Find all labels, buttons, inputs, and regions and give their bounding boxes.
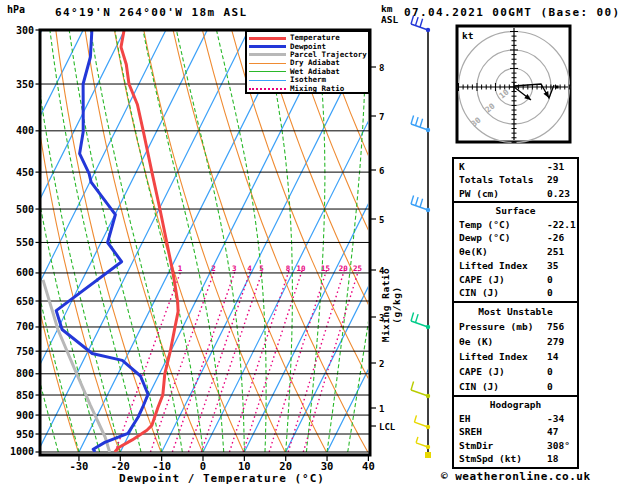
station-title: 64°19'N 264°00'W 18m ASL bbox=[55, 6, 248, 19]
table-row-label: Dewp (°C) bbox=[459, 232, 510, 243]
table-row-value: 0 bbox=[547, 379, 553, 394]
km-tick-label: 7 bbox=[379, 112, 384, 122]
mixing-ratio-label: 2 bbox=[211, 264, 216, 273]
table-row-label: K bbox=[459, 161, 465, 172]
mixing-ratio-line bbox=[269, 270, 326, 452]
wind-barb-feather bbox=[416, 197, 419, 206]
wind-barb-feather bbox=[420, 19, 423, 28]
table-row-label: CIN (J) bbox=[459, 287, 499, 298]
pressure-tick-label: 450 bbox=[16, 167, 34, 178]
wet-adiabat-line bbox=[115, 30, 203, 452]
pressure-tick-label: 700 bbox=[16, 321, 34, 332]
wind-barb-feather bbox=[416, 314, 419, 323]
mixing-ratio-label: 25 bbox=[353, 264, 362, 273]
legend-item: Mixing Ratio bbox=[249, 84, 368, 92]
table-row: StmSpd (kt)18 bbox=[459, 452, 577, 466]
pressure-axis-unit: hPa bbox=[7, 4, 25, 15]
table-section-hodograph: HodographEH-34SREH47StmDir308°StmSpd (kt… bbox=[452, 395, 579, 469]
pressure-tick-label: 300 bbox=[16, 25, 34, 36]
mixing-ratio-label: 5 bbox=[259, 264, 264, 273]
table-row-label: Pressure (mb) bbox=[459, 321, 533, 332]
table-row-value: -22.1 bbox=[547, 218, 576, 232]
mixing-ratio-label: 4 bbox=[247, 264, 252, 273]
wet-adiabat-line bbox=[143, 30, 224, 452]
temperature-tick-label: 10 bbox=[238, 460, 251, 472]
table-row: SREH47 bbox=[459, 425, 577, 439]
hodograph-trace-dot bbox=[556, 86, 559, 89]
table-row-label: CAPE (J) bbox=[459, 366, 505, 377]
table-row-value: -26 bbox=[547, 231, 564, 245]
table-row: Dewp (°C)-26 bbox=[459, 231, 577, 245]
table-section-header: Surface bbox=[459, 204, 577, 218]
pressure-tick-label: 900 bbox=[16, 410, 34, 421]
legend-swatch-mixing-ratio bbox=[249, 88, 286, 90]
wind-barb-shaft bbox=[411, 321, 428, 327]
datetime-title: 07.04.2021 00GMT (Base: 00) bbox=[404, 6, 621, 19]
table-row-label: Temp (°C) bbox=[459, 219, 510, 230]
credit-footer: © weatheronline.co.uk bbox=[441, 470, 591, 483]
pressure-tick-label: 550 bbox=[16, 237, 34, 248]
table-row-label: Lifted Index bbox=[459, 260, 528, 271]
hodograph: 102030kt bbox=[457, 26, 570, 143]
pressure-tick-label: 800 bbox=[16, 368, 34, 379]
legend-swatch-dewpoint bbox=[249, 45, 286, 48]
km-tick-label: 8 bbox=[379, 63, 384, 73]
wind-barb-feather bbox=[420, 199, 423, 208]
sounding-screen: { "header": { "hpa_label": "hPa", "title… bbox=[0, 0, 629, 486]
km-tick-label: 1 bbox=[379, 404, 384, 414]
table-row-value: 308° bbox=[547, 439, 570, 453]
wind-barb-feather bbox=[416, 117, 419, 126]
legend-swatch-wet-adiabat bbox=[249, 71, 286, 72]
wind-barb-feather bbox=[411, 116, 414, 125]
wind-barb-shaft bbox=[411, 390, 428, 396]
km-label: km bbox=[381, 3, 392, 14]
table-row-label: Totals Totals bbox=[459, 174, 533, 185]
wet-adiabat-line bbox=[0, 30, 17, 452]
table-row-value: 18 bbox=[547, 452, 558, 466]
legend-swatch-parcel-trajectory bbox=[249, 53, 286, 56]
table-row-label: θe (K) bbox=[459, 336, 493, 347]
mixing-ratio-label: 8 bbox=[286, 264, 291, 273]
wind-barb-feather bbox=[416, 437, 418, 443]
table-row-label: PW (cm) bbox=[459, 188, 499, 199]
table-row-label: θe(K) bbox=[459, 246, 488, 257]
pressure-tick-label: 600 bbox=[16, 267, 34, 278]
altitude-axis-unit: kmASL bbox=[381, 3, 398, 25]
mixing-ratio-label: 3 bbox=[232, 264, 237, 273]
pressure-tick-label: 350 bbox=[16, 79, 34, 90]
table-row: Temp (°C)-22.1 bbox=[459, 218, 577, 232]
isotherm-line bbox=[0, 30, 1, 452]
table-row-value: -31 bbox=[547, 160, 564, 173]
table-row-label: Lifted Index bbox=[459, 351, 528, 362]
wind-barb-feather bbox=[411, 382, 414, 391]
table-row-value: -34 bbox=[547, 412, 564, 426]
mixing-ratio-label: 1 bbox=[178, 264, 183, 273]
pressure-tick-label: 750 bbox=[16, 346, 34, 357]
temperature-tick-label: 0 bbox=[200, 460, 206, 472]
wind-barb-feather bbox=[411, 313, 414, 322]
temperature-tick-label: 40 bbox=[362, 460, 375, 472]
table-section-indices: K-31Totals Totals29PW (cm)0.23 bbox=[452, 157, 579, 203]
table-row: Pressure (mb)756 bbox=[459, 319, 577, 334]
table-row: CAPE (J)0 bbox=[459, 364, 577, 379]
legend-swatch-dry-adiabat bbox=[249, 63, 286, 64]
table-row: K-31 bbox=[459, 160, 577, 173]
wind-barb-shaft bbox=[414, 422, 428, 427]
pressure-tick-label: 950 bbox=[16, 429, 34, 440]
table-row: θe (K)279 bbox=[459, 334, 577, 349]
wind-barb-feather bbox=[411, 196, 414, 205]
table-row: CAPE (J)0 bbox=[459, 273, 577, 287]
table-row-value: 14 bbox=[547, 349, 558, 364]
table-row: θe(K)251 bbox=[459, 245, 577, 259]
temperature-tick-label: 20 bbox=[279, 460, 292, 472]
km-tick-label: 2 bbox=[379, 359, 384, 369]
table-row-value: 0.23 bbox=[547, 187, 570, 200]
table-row-value: 47 bbox=[547, 425, 558, 439]
temperature-tick-label: -20 bbox=[111, 460, 130, 472]
pressure-tick-label: 1000 bbox=[10, 446, 34, 457]
table-row-label: CIN (J) bbox=[459, 381, 499, 392]
km-tick-label: 6 bbox=[379, 166, 384, 176]
pressure-tick-label: 400 bbox=[16, 125, 34, 136]
hodograph-unit-label: kt bbox=[462, 30, 473, 41]
legend-label: Temperature bbox=[290, 34, 340, 42]
